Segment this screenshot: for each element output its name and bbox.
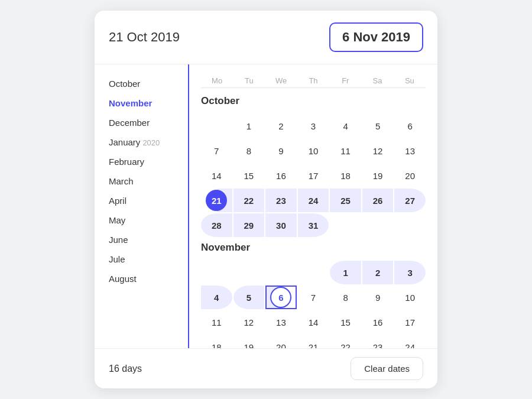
sidebar-item[interactable]: June [95, 230, 188, 249]
date-picker-header: 21 Oct 2019 6 Nov 2019 [95, 11, 437, 64]
cal-cell[interactable]: 16 [362, 310, 394, 334]
day-header: Th [297, 74, 329, 87]
october-grid: 1234567891011121314151617181920212223242… [201, 114, 426, 237]
month-sidebar: OctoberNovemberDecemberJanuary2020Februa… [95, 64, 189, 348]
day-header: Fr [329, 74, 361, 87]
cal-cell[interactable]: 29 [233, 213, 265, 237]
cal-cell[interactable]: 14 [201, 164, 232, 187]
day-header: Tu [233, 74, 265, 87]
cal-cell[interactable]: 4 [330, 114, 361, 138]
cal-cell[interactable]: 11 [201, 310, 232, 334]
calendar-footer: 16 days Clear dates [95, 348, 437, 388]
cal-cell-empty [298, 261, 329, 284]
sidebar-item[interactable]: August [95, 269, 188, 288]
cal-cell[interactable]: 16 [265, 164, 297, 187]
cal-cell[interactable]: 9 [362, 286, 394, 309]
sidebar-item[interactable]: Jule [95, 249, 188, 269]
cal-cell[interactable]: 21 [201, 189, 232, 212]
cal-cell[interactable]: 31 [298, 213, 329, 237]
cal-cell[interactable]: 2 [265, 114, 297, 138]
start-date-display[interactable]: 21 Oct 2019 [109, 30, 315, 45]
cal-cell[interactable]: 7 [298, 286, 329, 309]
day-header: Mo [201, 74, 233, 87]
cal-cell[interactable]: 10 [298, 139, 329, 163]
sidebar-item[interactable]: February [95, 152, 188, 171]
cal-cell[interactable]: 8 [330, 286, 361, 309]
cal-cell[interactable]: 19 [362, 164, 394, 187]
cal-cell[interactable]: 14 [298, 310, 329, 334]
date-picker: 21 Oct 2019 6 Nov 2019 OctoberNovemberDe… [95, 11, 437, 388]
cal-cell[interactable]: 3 [394, 261, 426, 284]
sidebar-item[interactable]: November [95, 93, 188, 113]
cal-cell[interactable]: 7 [201, 139, 232, 163]
cal-cell[interactable]: 22 [233, 189, 265, 212]
days-count: 16 days [109, 364, 142, 374]
cal-cell[interactable]: 21 [298, 335, 329, 348]
calendar-main: OctoberNovemberDecemberJanuary2020Februa… [95, 64, 437, 348]
cal-cell[interactable]: 27 [394, 189, 426, 212]
cal-cell[interactable]: 19 [233, 335, 265, 348]
cal-cell[interactable]: 18 [201, 335, 232, 348]
sidebar-item[interactable]: October [95, 74, 188, 93]
cal-cell[interactable]: 17 [394, 310, 426, 334]
sidebar-item[interactable]: May [95, 210, 188, 230]
cal-cell[interactable]: 17 [298, 164, 329, 187]
sidebar-item[interactable]: January2020 [95, 132, 188, 152]
cal-cell[interactable]: 8 [233, 139, 265, 163]
cal-cell[interactable]: 15 [233, 164, 265, 187]
day-header: We [265, 74, 297, 87]
cal-cell[interactable]: 24 [394, 335, 426, 348]
cal-cell[interactable]: 20 [265, 335, 297, 348]
day-header: Sa [361, 74, 393, 87]
cal-cell[interactable]: 3 [298, 114, 329, 138]
cal-cell[interactable]: 23 [265, 189, 297, 212]
cal-cell-empty [201, 261, 232, 284]
day-header: Su [394, 74, 426, 87]
cal-cell[interactable]: 30 [265, 213, 297, 237]
cal-cell[interactable]: 2 [362, 261, 394, 284]
calendar-area: MoTuWeThFrSaSu October 12345678910111213… [189, 64, 437, 348]
cal-cell[interactable]: 28 [201, 213, 232, 237]
cal-cell[interactable]: 5 [233, 286, 265, 309]
cal-cell[interactable]: 1 [330, 261, 361, 284]
cal-cell[interactable]: 12 [233, 310, 265, 334]
sidebar-item[interactable]: April [95, 191, 188, 210]
day-headers: MoTuWeThFrSaSu [201, 74, 426, 90]
cal-cell[interactable]: 20 [394, 164, 426, 187]
cal-cell[interactable]: 5 [362, 114, 394, 138]
cal-cell[interactable]: 11 [330, 139, 361, 163]
cal-cell[interactable]: 22 [330, 335, 361, 348]
cal-cell-empty [265, 261, 297, 284]
cal-cell[interactable]: 4 [201, 286, 232, 309]
october-title: October [201, 95, 426, 107]
cal-cell[interactable]: 15 [330, 310, 361, 334]
clear-dates-button[interactable]: Clear dates [351, 357, 423, 380]
cal-cell[interactable]: 24 [298, 189, 329, 212]
cal-cell[interactable]: 23 [362, 335, 394, 348]
cal-cell[interactable]: 1 [233, 114, 265, 138]
cal-cell[interactable]: 6 [265, 286, 297, 309]
cal-cell[interactable]: 13 [265, 310, 297, 334]
cal-cell[interactable]: 12 [362, 139, 394, 163]
end-date-display[interactable]: 6 Nov 2019 [329, 22, 423, 52]
cal-cell[interactable]: 10 [394, 286, 426, 309]
cal-cell[interactable]: 25 [330, 189, 361, 212]
november-grid: 1234567891011121314151617181920212223242… [201, 261, 426, 348]
cal-cell-empty [201, 114, 232, 138]
cal-cell[interactable]: 13 [394, 139, 426, 163]
cal-cell[interactable]: 9 [265, 139, 297, 163]
sidebar-item[interactable]: March [95, 171, 188, 191]
cal-cell[interactable]: 6 [394, 114, 426, 138]
cal-cell[interactable]: 18 [330, 164, 361, 187]
sidebar-item[interactable]: December [95, 113, 188, 132]
november-title: November [201, 242, 426, 254]
cal-cell[interactable]: 26 [362, 189, 394, 212]
cal-cell-empty [233, 261, 265, 284]
